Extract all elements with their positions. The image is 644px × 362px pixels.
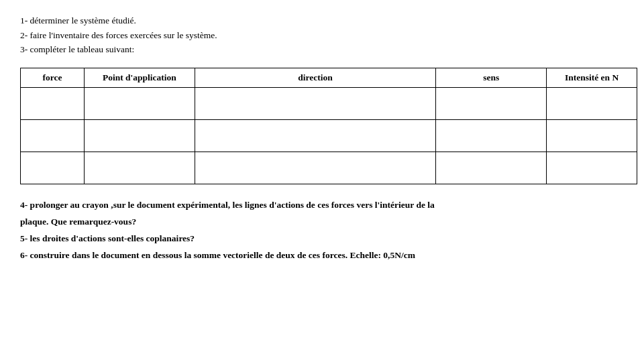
header-sens: sens (436, 68, 547, 87)
footer-line-3: 6- construire dans le document en dessou… (20, 248, 624, 263)
header-intensite: Intensité en N (547, 68, 637, 87)
cell-point-2 (84, 119, 195, 152)
table-header-row: force Point d'application direction sens… (21, 68, 637, 87)
cell-force-3 (21, 152, 85, 184)
footer-line-2: 5- les droites d'actions sont-elles copl… (20, 231, 624, 247)
table-row (21, 152, 637, 184)
header-force: force (21, 68, 85, 87)
cell-direction-3 (195, 152, 436, 184)
instruction-line-2: 2- faire l'inventaire des forces exercée… (20, 28, 624, 43)
footer-line-1: 4- prolonger au crayon ,sur le document … (20, 198, 624, 213)
cell-intensite-3 (547, 152, 637, 184)
cell-sens-1 (436, 87, 547, 119)
instruction-line-1: 1- déterminer le système étudié. (20, 13, 624, 28)
cell-sens-3 (436, 152, 547, 184)
header-direction: direction (195, 68, 436, 87)
forces-table: force Point d'application direction sens… (20, 68, 637, 184)
table-row (21, 87, 637, 119)
footer-block: 4- prolonger au crayon ,sur le document … (20, 198, 624, 263)
cell-point-3 (84, 152, 195, 184)
header-point: Point d'application (84, 68, 195, 87)
footer-line-1b: plaque. Que remarquez-vous? (20, 215, 624, 230)
cell-force-1 (21, 87, 85, 119)
cell-direction-2 (195, 119, 436, 152)
cell-sens-2 (436, 119, 547, 152)
cell-point-1 (84, 87, 195, 119)
cell-intensite-2 (547, 119, 637, 152)
table-row (21, 119, 637, 152)
instruction-line-3: 3- compléter le tableau suivant: (20, 42, 624, 57)
cell-direction-1 (195, 87, 436, 119)
cell-intensite-1 (547, 87, 637, 119)
instructions-block: 1- déterminer le système étudié. 2- fair… (20, 13, 624, 57)
cell-force-2 (21, 119, 85, 152)
